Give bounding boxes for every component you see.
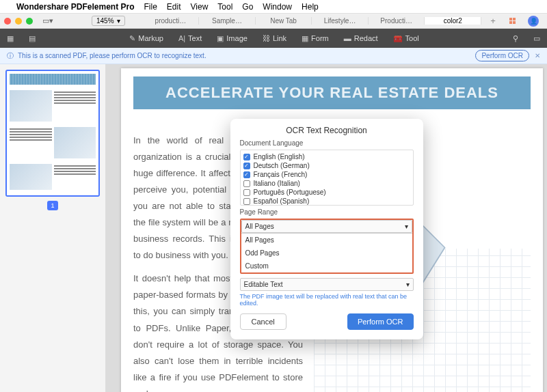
titlebar: ▭▾ 145% ▾ producti… Sample… New Tab Life… xyxy=(0,14,547,29)
bookmarks-icon[interactable]: ▤ xyxy=(29,34,36,43)
content-area: 1 ACCELERATE YOUR REAL ESTATE DEALS In t… xyxy=(0,64,547,392)
option-all-pages[interactable]: All Pages xyxy=(241,234,412,247)
tool-menu[interactable]: 🧰Tool xyxy=(393,34,419,43)
text-icon: A| xyxy=(178,34,185,42)
form-icon: ▦ xyxy=(302,34,308,43)
ocr-dialog: OCR Text Recognition Document Language ✓… xyxy=(230,119,423,339)
sidebar-toggle-icon[interactable]: ▭▾ xyxy=(42,16,53,25)
checkbox-icon xyxy=(243,198,250,205)
markup-tool[interactable]: ✎Markup xyxy=(129,34,163,43)
lang-german[interactable]: ✓Deutsch (German) xyxy=(243,161,410,170)
new-tab-button[interactable]: + xyxy=(485,16,501,26)
tab-3[interactable]: Lifestyle… xyxy=(312,17,369,25)
thumbnails-sidebar: 1 xyxy=(0,64,106,392)
cancel-button[interactable]: Cancel xyxy=(240,313,286,330)
tab-0[interactable]: producti… xyxy=(143,17,200,25)
document-tabs: producti… Sample… New Tab Lifestyle… Pro… xyxy=(143,17,481,25)
checkbox-icon: ✓ xyxy=(243,163,250,169)
link-tool[interactable]: ⛓Link xyxy=(263,34,286,42)
mac-menubar: Wondershare PDFelement Pro File Edit Vie… xyxy=(0,0,547,14)
lang-spanish[interactable]: Español (Spanish) xyxy=(243,197,410,206)
lang-french[interactable]: ✓Français (French) xyxy=(243,170,410,179)
close-window-icon[interactable] xyxy=(4,18,11,25)
modal-overlay: OCR Text Recognition Document Language ✓… xyxy=(106,64,547,392)
page-thumbnail[interactable] xyxy=(5,70,100,197)
thumbnails-icon[interactable]: ▦ xyxy=(7,34,14,43)
info-icon: ⓘ xyxy=(7,51,14,61)
redact-tool[interactable]: ▬Redact xyxy=(344,34,378,42)
maximize-window-icon[interactable] xyxy=(26,18,33,25)
zoom-value: 145% xyxy=(96,17,114,25)
tab-2[interactable]: New Tab xyxy=(256,17,312,25)
language-list[interactable]: ✓English (English) ✓Deutsch (German) ✓Fr… xyxy=(240,150,414,206)
checkbox-icon: ✓ xyxy=(243,171,250,178)
checkbox-icon: ✓ xyxy=(243,154,250,160)
page-range-select[interactable]: All Pages ▾ xyxy=(241,220,412,233)
menu-file[interactable]: File xyxy=(144,2,157,12)
lang-italian[interactable]: Italiano (Italian) xyxy=(243,179,410,188)
page-range-options: All Pages Odd Pages Custom xyxy=(241,233,412,272)
checkbox-icon xyxy=(243,180,250,187)
text-tool[interactable]: A|Text xyxy=(178,34,202,42)
language-label: Document Language xyxy=(240,139,414,147)
tab-4[interactable]: Producti… xyxy=(369,17,425,25)
panel-icon[interactable]: ▭ xyxy=(533,34,540,43)
lang-english[interactable]: ✓English (English) xyxy=(243,152,410,161)
form-tool[interactable]: ▦Form xyxy=(302,34,329,43)
tab-1[interactable]: Sample… xyxy=(199,17,256,25)
image-tool[interactable]: ▣Image xyxy=(217,34,248,43)
ocr-message: This is a scanned PDF, please perform OC… xyxy=(18,52,206,59)
chevron-down-icon: ▾ xyxy=(117,17,120,25)
menu-window[interactable]: Window xyxy=(263,2,292,12)
menu-edit[interactable]: Edit xyxy=(167,2,181,12)
pen-icon: ✎ xyxy=(129,34,135,43)
app-name[interactable]: Wondershare PDFelement Pro xyxy=(16,2,135,12)
thumb-preview xyxy=(7,74,98,195)
page-range-label: Page Range xyxy=(240,208,414,216)
menu-go[interactable]: Go xyxy=(242,2,253,12)
perform-ocr-confirm-button[interactable]: Perform OCR xyxy=(347,313,414,330)
output-hint: The PDF image text will be replaced with… xyxy=(240,293,414,307)
app-window: ▭▾ 145% ▾ producti… Sample… New Tab Life… xyxy=(0,14,547,392)
ocr-notice: ⓘ This is a scanned PDF, please perform … xyxy=(0,48,547,64)
menu-view[interactable]: View xyxy=(191,2,209,12)
search-icon[interactable]: ⚲ xyxy=(513,34,518,43)
toolbar: ▦ ▤ ✎Markup A|Text ▣Image ⛓Link ▦Form ▬R… xyxy=(0,29,547,48)
traffic-lights xyxy=(4,18,33,25)
tab-5[interactable]: color2 xyxy=(425,17,481,25)
redact-icon: ▬ xyxy=(344,34,351,42)
document-viewport[interactable]: ACCELERATE YOUR REAL ESTATE DEALS In the… xyxy=(106,64,547,392)
close-notice-icon[interactable]: ✕ xyxy=(535,52,540,59)
option-custom[interactable]: Custom xyxy=(241,260,412,272)
chevron-down-icon: ▾ xyxy=(406,281,410,288)
zoom-select[interactable]: 145% ▾ xyxy=(92,16,125,26)
menu-help[interactable]: Help xyxy=(302,2,319,12)
page-range-section: All Pages ▾ All Pages Odd Pages Custom xyxy=(240,219,414,274)
dialog-title: OCR Text Recognition xyxy=(240,126,414,135)
image-icon: ▣ xyxy=(217,34,224,43)
menu-tool[interactable]: Tool xyxy=(217,2,232,12)
user-avatar[interactable]: 👤 xyxy=(528,16,539,27)
perform-ocr-button[interactable]: Perform OCR xyxy=(475,50,529,61)
lang-portuguese[interactable]: Português (Portuguese) xyxy=(243,188,410,197)
checkbox-icon xyxy=(243,189,250,196)
option-odd-pages[interactable]: Odd Pages xyxy=(241,247,412,260)
minimize-window-icon[interactable] xyxy=(15,18,22,25)
apps-icon[interactable] xyxy=(505,18,520,24)
link-icon: ⛓ xyxy=(263,34,270,42)
toolbox-icon: 🧰 xyxy=(393,34,403,43)
output-select[interactable]: Editable Text ▾ xyxy=(240,278,414,291)
chevron-down-icon: ▾ xyxy=(405,223,408,230)
page-number-badge: 1 xyxy=(47,201,58,210)
